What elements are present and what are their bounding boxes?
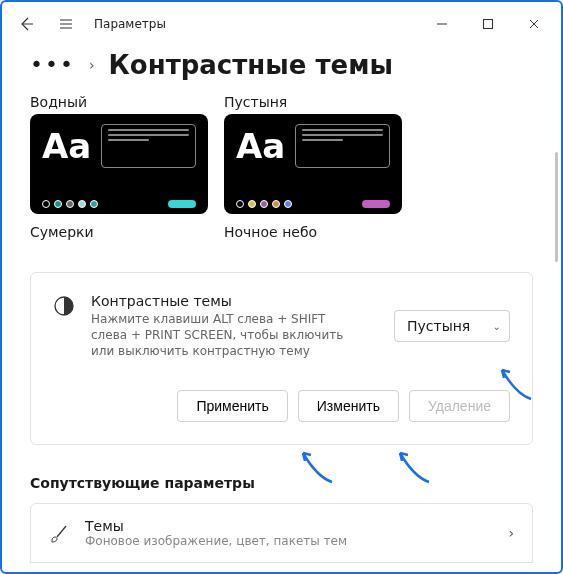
theme-preview-desert[interactable]: Aa [224,114,402,214]
close-button[interactable] [511,8,557,40]
page-title: Контрастные темы [109,50,393,80]
breadcrumb-more-icon[interactable]: ••• [30,54,75,76]
preview-text-icon: Aa [236,129,285,163]
minimize-button[interactable] [419,8,465,40]
contrast-icon [53,295,75,317]
related-heading: Сопутствующие параметры [30,475,533,491]
theme-preview-aquatic[interactable]: Aa [30,114,208,214]
theme-label: Ночное небо [224,224,402,240]
theme-select-value: Пустыня [407,318,470,334]
back-button[interactable] [6,2,46,46]
delete-button: Удаление [409,390,510,422]
edit-button[interactable]: Изменить [298,390,399,422]
brush-icon [49,523,69,543]
card-description: Нажмите клавиши ALT слева + SHIFT слева … [91,311,351,360]
preview-window-icon [295,124,390,168]
theme-label: Пустыня [224,94,402,110]
theme-select[interactable]: Пустыня ⌄ [394,310,510,342]
titlebar: Параметры [2,2,561,46]
chevron-right-icon: › [89,57,95,73]
related-item-title: Темы [85,518,347,534]
related-item-themes[interactable]: Темы Фоновое изображение, цвет, пакеты т… [30,503,533,563]
theme-label: Сумерки [30,224,208,240]
chevron-down-icon: ⌄ [493,321,501,332]
breadcrumb: ••• › Контрастные темы [30,50,533,80]
preview-text-icon: Aa [42,129,91,163]
contrast-themes-card: Контрастные темы Нажмите клавиши ALT сле… [30,272,533,445]
menu-button[interactable] [46,2,86,46]
theme-label: Водный [30,94,208,110]
card-title: Контрастные темы [91,293,378,309]
scrollbar[interactable] [555,152,558,262]
related-item-subtitle: Фоновое изображение, цвет, пакеты тем [85,534,347,548]
svg-rect-0 [484,20,493,29]
apply-button[interactable]: Применить [177,390,287,422]
window-title: Параметры [94,17,166,31]
chevron-right-icon: › [508,525,514,541]
preview-window-icon [101,124,196,168]
maximize-button[interactable] [465,8,511,40]
